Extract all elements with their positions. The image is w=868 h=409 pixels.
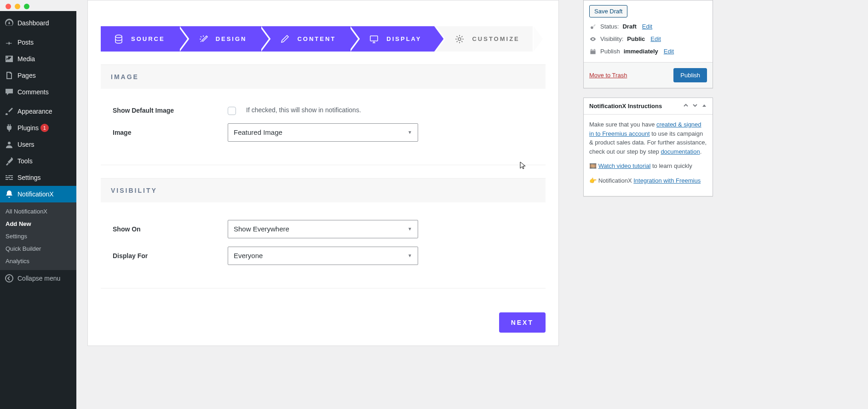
sidebar-item-appearance[interactable]: Appearance — [0, 103, 76, 120]
publish-button[interactable]: Publish — [673, 68, 707, 82]
step-customize[interactable]: CUSTOMIZE — [434, 26, 532, 52]
display-for-label: Display For — [113, 252, 228, 259]
step-label: CUSTOMIZE — [472, 35, 519, 42]
documentation-link[interactable]: documentation — [661, 148, 700, 155]
svg-point-6 — [591, 26, 593, 29]
image-select[interactable]: Featured Image▼ — [228, 123, 418, 142]
show-default-image-label: Show Default Image — [113, 107, 228, 114]
status-label: Status: — [600, 23, 619, 30]
integration-pre: NotificationX — [598, 177, 634, 184]
user-icon — [5, 140, 14, 149]
publish-edit-link[interactable]: Edit — [664, 48, 674, 55]
sliders-icon — [5, 173, 14, 182]
collapse-icon — [5, 274, 14, 283]
instructions-title: NotificationX Instructions — [589, 103, 662, 109]
submenu-settings[interactable]: Settings — [0, 230, 76, 242]
bell-icon — [5, 190, 14, 199]
step-source[interactable]: SOURCE — [101, 26, 178, 52]
chevron-up-icon[interactable] — [683, 103, 689, 109]
gear-icon — [454, 34, 465, 44]
page-icon — [5, 71, 14, 80]
traffic-min[interactable] — [15, 4, 20, 9]
sidebar-item-pages[interactable]: Pages — [0, 67, 76, 84]
svg-point-2 — [6, 275, 13, 282]
step-label: DISPLAY — [386, 35, 421, 42]
sidebar-item-label: Users — [17, 141, 34, 148]
gauge-icon — [5, 18, 14, 28]
key-icon — [589, 23, 597, 30]
eye-icon — [589, 36, 597, 42]
image-label: Image — [113, 129, 228, 136]
chevron-down-icon: ▼ — [408, 253, 412, 258]
collapse-icon[interactable] — [701, 103, 707, 109]
show-default-image-checkbox[interactable] — [228, 107, 236, 115]
sidebar-item-dashboard[interactable]: Dashboard — [0, 15, 76, 31]
database-icon — [114, 34, 124, 44]
sidebar-item-plugins[interactable]: Plugins1 — [0, 120, 76, 136]
sidebar-item-label: Appearance — [17, 108, 52, 115]
svg-point-3 — [115, 35, 122, 38]
save-draft-button[interactable]: Save Draft — [589, 5, 627, 17]
publish-label: Publish — [600, 48, 620, 55]
step-tabs: SOURCE DESIGN CONTENT DISPLAY CUSTOMIZE — [101, 26, 558, 52]
submenu-quick-builder[interactable]: Quick Builder — [0, 242, 76, 255]
sidebar-item-settings[interactable]: Settings — [0, 169, 76, 186]
intro-text: Make sure that you have — [589, 121, 656, 128]
step-design[interactable]: DESIGN — [178, 26, 260, 52]
step-label: DESIGN — [216, 35, 247, 42]
chat-icon — [5, 87, 14, 97]
pencil-icon — [280, 34, 290, 44]
sidebar-item-label: Settings — [17, 174, 41, 181]
pin-icon — [5, 38, 14, 47]
step-content[interactable]: CONTENT — [259, 26, 349, 52]
submenu-add-new[interactable]: Add New — [0, 218, 76, 230]
instructions-box: NotificationX Instructions Make sure tha… — [583, 98, 713, 196]
submenu-all[interactable]: All NotificationX — [0, 205, 76, 218]
media-icon — [5, 54, 14, 63]
visibility-label: Visibility: — [600, 35, 623, 42]
visibility-edit-link[interactable]: Edit — [650, 35, 661, 42]
sidebar-submenu: All NotificationX Add New Settings Quick… — [0, 202, 76, 270]
sidebar-item-notificationx[interactable]: NotificationX — [0, 186, 76, 202]
sidebar-item-label: Comments — [17, 88, 49, 96]
svg-rect-4 — [370, 36, 378, 41]
collapse-label: Collapse menu — [17, 275, 60, 282]
show-on-label: Show On — [113, 225, 228, 233]
traffic-close[interactable] — [6, 4, 11, 9]
step-display[interactable]: DISPLAY — [349, 26, 434, 52]
sidebar-item-users[interactable]: Users — [0, 136, 76, 153]
collapse-menu[interactable]: Collapse menu — [0, 270, 76, 287]
sidebar-item-tools[interactable]: Tools — [0, 153, 76, 169]
chevron-down-icon: ▼ — [408, 226, 412, 231]
sidebar-item-label: NotificationX — [17, 190, 54, 198]
sidebar-item-media[interactable]: Media — [0, 51, 76, 67]
right-sidebar: Save Draft Status: DraftEdit Visibility:… — [583, 0, 713, 206]
display-for-select[interactable]: Everyone▼ — [228, 247, 418, 265]
image-select-value: Featured Image — [234, 128, 282, 136]
sidebar-item-posts[interactable]: Posts — [0, 34, 76, 51]
svg-point-0 — [6, 57, 8, 58]
svg-point-5 — [458, 38, 461, 40]
move-to-trash-link[interactable]: Move to Trash — [589, 72, 627, 79]
submenu-analytics[interactable]: Analytics — [0, 255, 76, 267]
chevron-down-icon: ▼ — [408, 130, 412, 135]
traffic-max[interactable] — [24, 4, 29, 9]
status-edit-link[interactable]: Edit — [642, 23, 652, 30]
sidebar-item-label: Posts — [17, 39, 34, 46]
sidebar-item-label: Pages — [17, 72, 36, 79]
show-on-select[interactable]: Show Everywhere▼ — [228, 220, 418, 238]
video-tutorial-link[interactable]: Watch video tutorial — [598, 162, 651, 169]
sidebar-item-label: Dashboard — [17, 19, 49, 27]
sidebar-item-comments[interactable]: Comments — [0, 84, 76, 100]
publish-box: Save Draft Status: DraftEdit Visibility:… — [583, 0, 713, 88]
show-on-value: Show Everywhere — [234, 225, 289, 233]
brush-icon — [5, 107, 14, 116]
step-label: CONTENT — [297, 35, 336, 42]
integration-link[interactable]: Integration with Freemius — [633, 177, 701, 184]
section-image-title: IMAGE — [101, 64, 546, 89]
display-for-value: Everyone — [234, 252, 263, 259]
next-button[interactable]: NEXT — [499, 312, 546, 333]
calendar-icon — [589, 48, 597, 55]
chevron-down-icon[interactable] — [692, 103, 698, 109]
svg-point-1 — [8, 142, 11, 144]
